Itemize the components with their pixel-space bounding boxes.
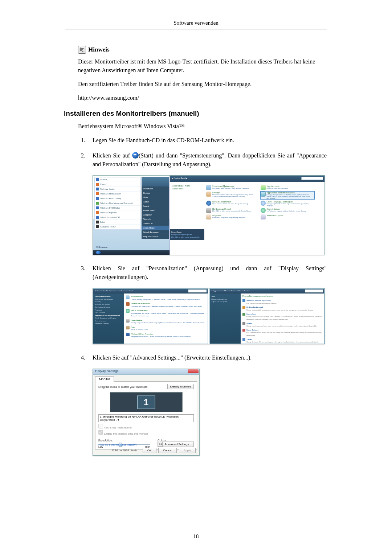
- search-box: [301, 177, 323, 180]
- step-1-num: 1.: [78, 136, 85, 145]
- apply-button[interactable]: Apply: [179, 448, 196, 453]
- step-2: 2. Klicken Sie auf (Start) und dann "Sys…: [78, 151, 327, 169]
- appearance-panel: ▸ Control Panel ▸ Appearance and Persona…: [93, 288, 208, 344]
- control-panel-titlebar: ▸ Control Panel ▸: [170, 176, 324, 182]
- control-panel-window: ▸ Control Panel ▸ Control Panel Home Cla…: [170, 176, 324, 255]
- note-icon: [78, 46, 86, 54]
- chk-extend-desktop[interactable]: [98, 430, 103, 435]
- step-2-text-a: Klicken Sie auf: [93, 152, 132, 159]
- intro-line: Betriebssystem Microsoft® Windows Vista™: [78, 123, 327, 130]
- screenshot-personalization: ▸ Control Panel ▸ Appearance and Persona…: [93, 288, 327, 344]
- step-4-text: Klicken Sie auf "Advanced Settings..." (…: [93, 353, 327, 362]
- dialog-buttons: OK Cancel Apply: [142, 448, 196, 453]
- ok-button[interactable]: OK: [143, 448, 156, 453]
- header-rule: [65, 29, 327, 29]
- note-para-2: Den zertifizierten Treiber finden Sie au…: [78, 80, 327, 89]
- ds-checkboxes: This is my main monitor Extend the deskt…: [98, 424, 194, 436]
- page-header-running: Software verwenden: [0, 0, 392, 29]
- resolution-label: Resolution:: [98, 439, 113, 442]
- step-3-text: Klicken Sie auf "Personalization" (Anpas…: [93, 264, 327, 282]
- step-1-text: Legen Sie die Handbuch-CD in das CD-ROM-…: [93, 136, 327, 145]
- ds-drag-hint: Drag the icons to match your monitors.: [98, 385, 148, 389]
- monitor-preview-area[interactable]: 1: [110, 392, 183, 412]
- personalization-panel: ▸ Appearance and Personalization ▸ Perso…: [209, 288, 324, 344]
- step-4: 4. Klicken Sie auf "Advanced Settings...…: [78, 353, 327, 362]
- all-programs: All Programs: [96, 246, 107, 248]
- section-heading: Installieren des Monitortreibers (manuel…: [0, 110, 392, 118]
- start-menu-right-col: Documents Pictures Music Games Search Re…: [142, 177, 169, 239]
- note-url: http://www.samsung.com/: [78, 94, 327, 102]
- start-menu-left-col: Internet E-mail Welcome Center Windows M…: [94, 177, 141, 230]
- screenshot-display-settings: Display Settings Monitor Drag the icons …: [93, 369, 327, 456]
- note-label: Hinweis: [88, 46, 110, 53]
- recent-tasks-popup: Recent Tasks Change desktop background P…: [170, 229, 204, 240]
- ds-title: Display Settings: [95, 369, 119, 373]
- help-link[interactable]: How do I get the best display?: [98, 443, 137, 446]
- taskbar: [93, 250, 170, 255]
- control-panel-grid: System and MaintenanceGet started with W…: [206, 184, 323, 220]
- chk-main-monitor[interactable]: [98, 424, 103, 428]
- identify-monitors-button[interactable]: Identify Monitors: [167, 384, 194, 389]
- page-number: 18: [0, 533, 392, 539]
- step-3-num: 3.: [78, 264, 85, 282]
- note-para-1: Dieser Monitortreiber ist mit dem MS-Log…: [78, 57, 327, 75]
- ds-panel: Drag the icons to match your monitors. I…: [95, 381, 197, 450]
- advanced-settings-button[interactable]: Advanced Settings...: [162, 442, 194, 447]
- start-orb-icon: [132, 152, 139, 159]
- monitor-1-box[interactable]: 1: [137, 395, 155, 409]
- close-icon[interactable]: [188, 369, 199, 373]
- screenshot-start-controlpanel: Internet E-mail Welcome Center Windows M…: [93, 175, 327, 255]
- start-menu: Internet E-mail Welcome Center Windows M…: [93, 176, 170, 255]
- step-4-num: 4.: [78, 353, 85, 362]
- cancel-button[interactable]: Cancel: [158, 448, 177, 453]
- ds-tab-monitor[interactable]: Monitor: [95, 376, 114, 382]
- ds-titlebar: Display Settings: [93, 369, 199, 375]
- note-block: Hinweis Dieser Monitortreiber ist mit de…: [78, 46, 327, 102]
- step-2-text: Klicken Sie auf (Start) und dann "System…: [93, 151, 327, 169]
- step-2-num: 2.: [78, 151, 85, 169]
- step-1: 1. Legen Sie die Handbuch-CD in das CD-R…: [78, 136, 327, 145]
- control-panel-nav: Control Panel Home Classic View: [172, 184, 190, 190]
- monitor-select[interactable]: 1. (Multiple Monitors) on NVIDIA GeForce…: [98, 414, 194, 422]
- step-3: 3. Klicken Sie auf "Personalization" (An…: [78, 264, 327, 282]
